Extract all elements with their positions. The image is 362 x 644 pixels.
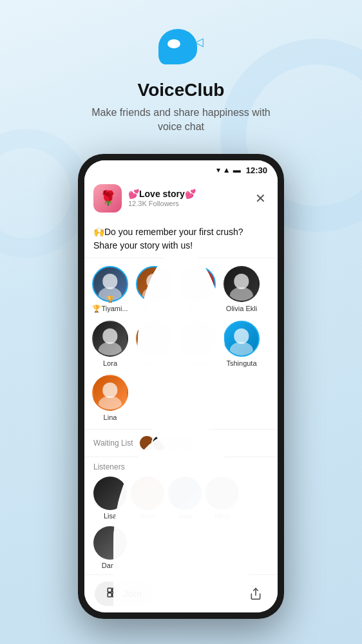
speaker-name-lora: Lora (103, 359, 117, 367)
speaker-name-lina: Lina (104, 413, 117, 421)
speaker-avatar-lora (92, 321, 128, 357)
speaker-avatar-tshinguta (224, 321, 260, 357)
body (99, 396, 122, 410)
sound-waves-icon: ◀◁ (186, 35, 204, 49)
body (99, 342, 122, 355)
listeners-section: Listeners Lisa (84, 457, 278, 574)
body (230, 287, 253, 301)
body (230, 342, 253, 355)
svg-rect-0 (108, 588, 111, 592)
app-title: VoiceClub (138, 80, 225, 100)
phone-screen: ▾ ▲ ▬ 12:30 🌹 💕Love story💕 12.3K Followe… (84, 160, 278, 612)
phone-frame: ▾ ▲ ▬ 12:30 🌹 💕Love story💕 12.3K Followe… (78, 154, 284, 619)
speaker-olivia: Olivia Ekli (224, 266, 260, 313)
svg-rect-2 (108, 593, 111, 597)
app-header: ◀◁ VoiceClub Make friends and share happ… (91, 0, 271, 135)
avatar-person (225, 267, 258, 301)
app-icon: ◀◁ (158, 26, 204, 71)
avatar-person (93, 322, 127, 355)
room-followers: 12.3K Followers (128, 200, 246, 207)
close-button[interactable]: ✕ (252, 188, 269, 209)
listeners-grid: Lisa Rose (93, 477, 269, 572)
room-thumbnail: 🌹 (93, 184, 122, 213)
room-header: 🌹 💕Love story💕 12.3K Followers ✕ (84, 178, 278, 219)
bg-decoration-2 (0, 129, 90, 258)
waiting-list-label: Waiting List (93, 439, 133, 448)
app-subtitle: Make friends and share happiness with vo… (91, 106, 271, 135)
avatar-person (93, 376, 127, 410)
speaker-name-tiyami: 🏆Tiyami... (92, 305, 128, 313)
speaker-avatar-lina (92, 375, 128, 411)
status-icons: ▾ ▲ ▬ 12:30 (216, 166, 267, 175)
speaker-name-tshinguta: Tshinguta (226, 359, 256, 367)
speaker-lina: Lina (92, 375, 128, 421)
speaker-lora: Lora (92, 321, 128, 367)
body (113, 526, 127, 560)
room-info: 💕Love story💕 12.3K Followers (128, 189, 246, 207)
listener-dang: Dang (93, 526, 127, 569)
speaker-tshinguta: Tshinguta (224, 321, 260, 367)
battery-icon: ▬ (233, 166, 241, 175)
status-bar: ▾ ▲ ▬ 12:30 (84, 160, 278, 178)
avatar-person (225, 322, 258, 355)
wifi-icon: ▾ (216, 166, 220, 175)
phone-mockup: ▾ ▲ ▬ 12:30 🌹 💕Love story💕 12.3K Followe… (78, 154, 284, 619)
time-display: 12:30 (246, 166, 267, 175)
speaker-avatar-olivia (224, 266, 260, 302)
speaker-name-olivia: Olivia Ekli (226, 305, 257, 312)
avatar-person (93, 526, 127, 560)
room-name: 💕Love story💕 (128, 189, 246, 199)
speaker-tiyami: 🏆 🏆Tiyami... (92, 266, 128, 313)
listener-avatar-dang (93, 526, 127, 560)
signal-icon: ▲ (223, 166, 231, 175)
